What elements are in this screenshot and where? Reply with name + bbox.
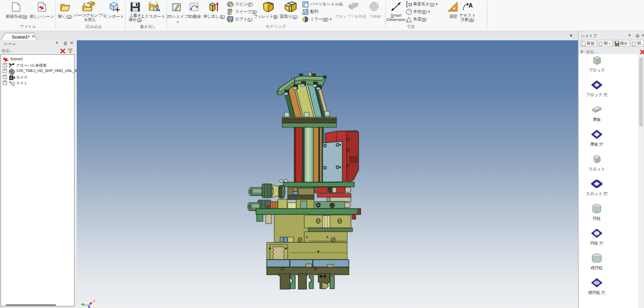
svg-text:A: A bbox=[469, 2, 473, 9]
svg-text:x: x bbox=[93, 299, 96, 303]
